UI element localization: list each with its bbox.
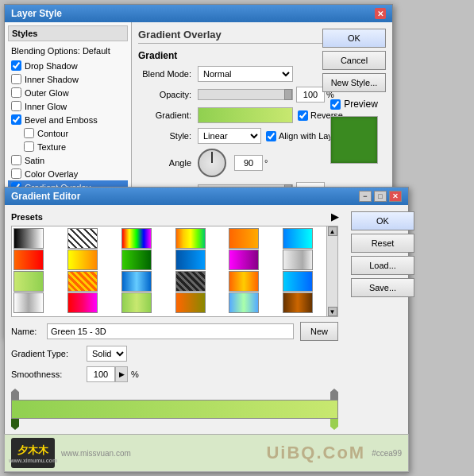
cancel-button[interactable]: Cancel (322, 51, 386, 70)
contour-checkbox[interactable] (24, 128, 34, 138)
blend-options-label: Blending Options: Default (8, 45, 128, 57)
color-stop-left[interactable] (11, 419, 19, 430)
ge-ok-button[interactable]: OK (351, 211, 414, 230)
site-text: www.missvuan.com (61, 449, 131, 458)
preset-10[interactable] (175, 250, 206, 270)
smoothness-arrow-icon[interactable]: ▶ (115, 366, 128, 382)
gradient-bar[interactable] (11, 400, 338, 419)
sidebar-item-inner-glow[interactable]: Inner Glow (8, 99, 128, 113)
type-label: Gradient Type: (11, 349, 87, 358)
preset-4[interactable] (175, 228, 206, 249)
preset-18[interactable] (283, 271, 313, 292)
preset-9[interactable] (121, 250, 152, 270)
preset-2[interactable] (67, 228, 98, 249)
preset-21[interactable] (121, 292, 152, 313)
maximize-icon[interactable]: □ (374, 191, 387, 202)
drop-shadow-checkbox[interactable] (11, 60, 21, 71)
inner-shadow-checkbox[interactable] (11, 74, 21, 84)
gradient-swatch[interactable] (198, 107, 293, 123)
preset-16[interactable] (175, 271, 206, 292)
presets-arrow-icon[interactable]: ▶ (331, 211, 338, 223)
preset-scrollbar: ▲ ▼ (326, 226, 337, 316)
presets-grid-container: ▲ ▼ (11, 226, 338, 317)
minimize-icon[interactable]: − (359, 191, 372, 202)
preset-22[interactable] (175, 292, 206, 313)
sidebar-item-inner-shadow[interactable]: Inner Shadow (8, 72, 128, 86)
preset-11[interactable] (229, 250, 259, 270)
preset-23[interactable] (229, 292, 259, 313)
opacity-value[interactable] (296, 87, 325, 103)
inner-glow-checkbox[interactable] (11, 101, 21, 111)
ge-body: Presets ▶ (5, 205, 408, 472)
ge-right-buttons: OK Reset Load... Save... (345, 205, 408, 472)
ge-reset-button[interactable]: Reset (351, 234, 414, 253)
angle-dial[interactable] (198, 149, 226, 177)
opacity-slider[interactable] (198, 89, 293, 100)
style-select[interactable]: Linear (198, 128, 261, 144)
preset-12[interactable] (283, 250, 313, 270)
ge-load-button[interactable]: Load... (351, 256, 414, 275)
color-stop-right[interactable] (330, 419, 338, 430)
preset-19[interactable] (13, 292, 44, 313)
smoothness-pct: % (131, 370, 139, 379)
ok-button[interactable]: OK (322, 29, 386, 48)
preset-24[interactable] (283, 292, 313, 313)
bevel-emboss-checkbox[interactable] (11, 114, 21, 125)
new-style-button[interactable]: New Style... (322, 73, 386, 92)
name-input[interactable] (47, 323, 294, 339)
color-overlay-checkbox[interactable] (11, 168, 21, 179)
align-layer-checkbox[interactable] (266, 131, 276, 141)
preset-15[interactable] (121, 271, 152, 292)
ge-title: Gradient Editor (11, 191, 80, 202)
angle-value[interactable] (234, 155, 263, 171)
color-stops (11, 419, 338, 430)
close-icon[interactable]: ✕ (375, 8, 386, 19)
preset-8[interactable] (67, 250, 98, 270)
sidebar-item-color-overlay[interactable]: Color Overlay (8, 167, 128, 180)
sidebar-item-drop-shadow[interactable]: Drop Shadow (8, 59, 128, 72)
reverse-checkbox[interactable] (298, 110, 308, 121)
preset-1[interactable] (13, 228, 44, 249)
preview-box (330, 116, 378, 164)
logo-text: 夕木木 (17, 443, 48, 458)
opacity-stop-left[interactable] (11, 389, 19, 400)
sidebar-item-outer-glow[interactable]: Outer Glow (8, 86, 128, 99)
preset-7[interactable] (13, 250, 44, 270)
satin-checkbox[interactable] (11, 155, 21, 165)
sidebar-item-texture[interactable]: Texture (8, 140, 128, 153)
logo-box: 夕木木 www.ximumu.com (11, 438, 55, 468)
preset-6[interactable] (283, 228, 313, 249)
preset-14[interactable] (67, 271, 98, 292)
opacity-stops (11, 389, 338, 400)
opacity-stop-right[interactable] (330, 389, 338, 400)
presets-title: Presets ▶ (11, 211, 338, 223)
outer-glow-checkbox[interactable] (11, 87, 21, 98)
sidebar-item-satin[interactable]: Satin (8, 153, 128, 167)
smoothness-value[interactable] (87, 366, 115, 382)
texture-checkbox[interactable] (24, 141, 34, 152)
preset-20[interactable] (67, 292, 98, 313)
ge-save-button[interactable]: Save... (351, 278, 414, 297)
name-label: Name: (11, 327, 47, 336)
right-buttons: OK Cancel New Style... Preview (322, 29, 386, 167)
preview-label: Preview (344, 99, 378, 110)
smoothness-row: Smoothness: ▶ % (11, 366, 338, 382)
preview-checkbox[interactable] (330, 99, 341, 110)
sidebar-item-bevel-emboss[interactable]: Bevel and Emboss (8, 113, 128, 126)
hash-text: #ccea99 (372, 449, 402, 458)
preview-row: Preview (322, 99, 386, 110)
ge-close-icon[interactable]: ✕ (389, 191, 402, 202)
preset-5[interactable] (229, 228, 259, 249)
sidebar-item-contour[interactable]: Contour (8, 126, 128, 140)
preset-3[interactable] (121, 228, 152, 249)
watermark-bar: 夕木木 www.ximumu.com www.missvuan.com UiBQ… (4, 434, 409, 472)
preset-17[interactable] (229, 271, 259, 292)
preset-13[interactable] (13, 271, 44, 292)
styles-label: Styles (8, 25, 128, 41)
gradient-editor-panel: Gradient Editor − □ ✕ Presets ▶ (4, 187, 409, 473)
scroll-up-icon[interactable]: ▲ (328, 226, 337, 236)
blend-mode-select[interactable]: Normal (198, 66, 293, 82)
scroll-down-icon[interactable]: ▼ (328, 307, 337, 316)
gradient-type-select[interactable]: Solid (87, 346, 127, 362)
new-button[interactable]: New (300, 322, 338, 341)
